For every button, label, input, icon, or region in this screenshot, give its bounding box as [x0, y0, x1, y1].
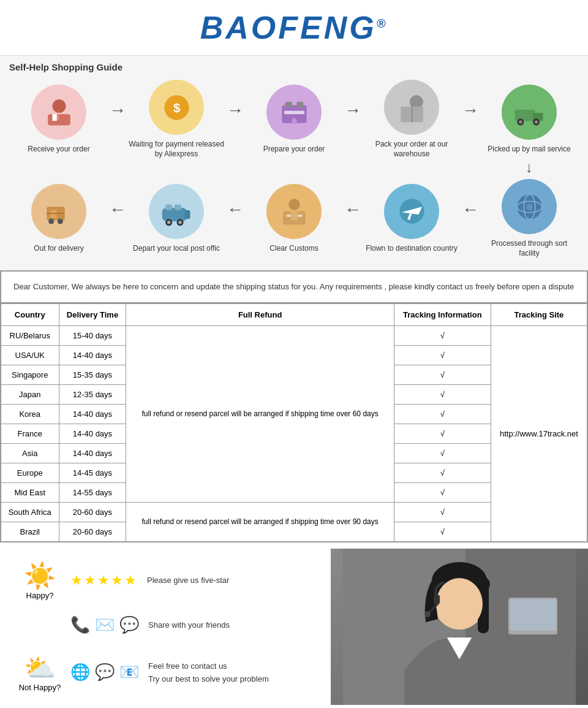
svg-point-30: [178, 221, 182, 225]
arrow-left-1: ←: [109, 200, 126, 219]
table-cell-tracking: √: [394, 404, 491, 424]
svg-point-24: [57, 219, 62, 224]
table-cell-country: Singapore: [1, 365, 59, 384]
solve-text: Try our best to solve your problem: [148, 674, 269, 683]
table-row: RU/Belarus15-40 daysfull refund or resen…: [1, 325, 587, 345]
arrow-1: →: [109, 101, 126, 120]
footer-happy-group: ☀️ Happy?: [18, 561, 61, 600]
step-delivery-label: Out for delivery: [34, 244, 83, 254]
table-cell-country: RU/Belarus: [1, 325, 59, 345]
table-cell-country: South Africa: [1, 502, 59, 522]
header-delivery: Delivery Time: [59, 303, 126, 325]
five-star-text: Please give us five-star: [147, 576, 229, 585]
svg-rect-35: [291, 211, 298, 221]
cloud-icon: ⛅: [24, 653, 56, 683]
svg-point-51: [436, 578, 483, 630]
step-payment-label: Waiting for payment released by Aliexpre…: [127, 140, 225, 159]
step-receive-label: Receive your order: [28, 145, 89, 154]
notice-wrapper: Dear Customer, We always be here to conc…: [0, 270, 588, 303]
email-icon: 📧: [119, 663, 139, 682]
footer-right: [331, 549, 588, 708]
step-flown-label: Flown to destination country: [366, 244, 457, 254]
contact-icons-row: 🌐 💬 📧: [70, 663, 139, 682]
table-cell-delivery: 15-35 days: [59, 365, 126, 384]
arrow-2: →: [227, 101, 244, 120]
svg-point-17: [519, 121, 522, 124]
table-cell-tracking: √: [394, 443, 491, 463]
table-cell-country: Brazil: [1, 522, 59, 541]
table-cell-country: Asia: [1, 443, 59, 463]
svg-rect-7: [285, 102, 292, 107]
contact-texts: Feel free to contact us Try our best to …: [148, 661, 269, 683]
footer-left: ☀️ Happy? ★★★★★ Please give us five-star…: [0, 549, 331, 708]
step-customs-label: Clear Customs: [270, 244, 318, 254]
table-cell-delivery: 20-60 days: [59, 502, 126, 522]
step-pack-label: Pack your order at our warehouse: [363, 140, 461, 159]
svg-rect-3: [56, 115, 59, 120]
step-prepare: Prepare your order: [245, 85, 343, 154]
step-pack-icon: [384, 80, 439, 135]
star-icons: ★★★★★: [70, 573, 138, 588]
table-cell-country: Mid East: [1, 482, 59, 502]
step-payment: $ Waiting for payment released by Aliexp…: [127, 80, 225, 159]
step-processed-label: Processed through sort facility: [480, 239, 578, 258]
footer-section: ☀️ Happy? ★★★★★ Please give us five-star…: [0, 542, 588, 708]
step-payment-icon: $: [149, 80, 204, 135]
step-depart: Depart your local post offic: [127, 184, 225, 254]
person-photo: [331, 549, 588, 705]
footer-share-icons: 📞 ✉️ 💬: [70, 615, 139, 634]
svg-rect-25: [162, 208, 186, 221]
table-cell-delivery: 14-40 days: [59, 443, 126, 463]
svg-rect-36: [286, 215, 290, 217]
arrow-3: →: [344, 101, 361, 120]
step-depart-icon: [149, 184, 204, 239]
table-cell-tracking: √: [394, 345, 491, 365]
step-customs-icon: [266, 184, 322, 239]
svg-rect-32: [174, 205, 181, 210]
table-cell-country: Europe: [1, 463, 59, 482]
chat-icon: 💬: [119, 615, 139, 634]
nothappy-label: Not Happy?: [19, 683, 61, 692]
step-depart-label: Depart your local post offic: [133, 244, 220, 254]
svg-rect-31: [165, 205, 172, 210]
table-cell-tracking: √: [394, 384, 491, 404]
step-flown: Flown to destination country: [363, 184, 461, 254]
table-cell-tracking: √: [394, 502, 491, 522]
step-processed-icon: [502, 179, 557, 234]
globe-icon: 🌐: [70, 663, 90, 682]
table-cell-refund: full refund or resend parcel will be arr…: [126, 325, 394, 502]
svg-rect-9: [284, 111, 304, 115]
arrow-4: →: [462, 101, 479, 120]
header: BAOFENG®: [0, 0, 588, 56]
step-pickup-icon: [502, 85, 557, 140]
page-wrapper: BAOFENG® Self-Help Shopping Guide Receiv…: [0, 0, 588, 708]
svg-text:$: $: [173, 101, 179, 114]
skype-icon: 💬: [95, 663, 115, 682]
header-country: Country: [1, 303, 59, 325]
step-delivery: Out for delivery: [10, 184, 108, 254]
table-cell-country: USA/UK: [1, 345, 59, 365]
table-cell-tracking: √: [394, 424, 491, 443]
table-cell-tracking: √: [394, 325, 491, 345]
table-cell-country: Korea: [1, 404, 59, 424]
step-receive: Receive your order: [10, 85, 108, 154]
svg-rect-8: [296, 102, 303, 107]
table-cell-delivery: 20-60 days: [59, 522, 126, 541]
step-processed: Processed through sort facility: [480, 179, 578, 258]
steps-row2: Out for delivery ← De: [9, 179, 579, 258]
step-pack: Pack your order at our warehouse: [363, 80, 461, 159]
table-cell-country: France: [1, 424, 59, 443]
svg-point-19: [534, 121, 538, 124]
step-delivery-icon: [31, 184, 86, 239]
guide-title: Self-Help Shopping Guide: [9, 62, 579, 72]
svg-point-10: [291, 118, 296, 124]
svg-point-23: [48, 219, 54, 224]
step-receive-icon: [31, 85, 86, 140]
footer-nothappy-row: ⛅ Not Happy? 🌐 💬 📧 Feel free to contact …: [18, 653, 312, 692]
footer-happy-icons: ★★★★★: [70, 573, 138, 588]
table-cell-refund: full refund or resend parcel will be arr…: [126, 502, 394, 541]
table-wrapper: Country Delivery Time Full Refund Tracki…: [0, 303, 588, 542]
table-cell-delivery: 14-40 days: [59, 404, 126, 424]
brand-logo: BAOFENG®: [9, 9, 579, 46]
svg-rect-52: [434, 595, 440, 604]
